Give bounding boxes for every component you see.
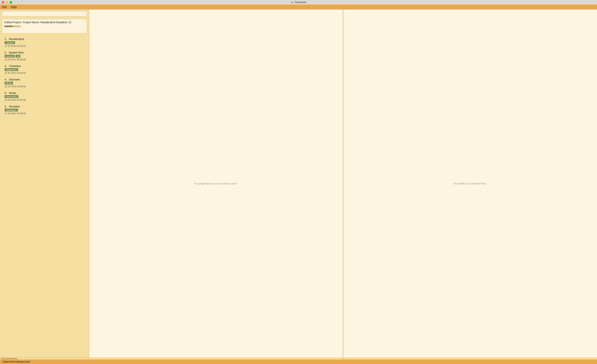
list-item[interactable]: 6. Reuletan colleagues 21-04-2021 00:00:…: [1, 103, 88, 116]
project-title: 6. Reuletan: [5, 105, 84, 108]
right-empty-message: No detail to be shown here.: [454, 182, 487, 185]
tag-row: colleagues: [5, 109, 84, 111]
middle-empty-message: No project/person to be shown here.: [194, 182, 238, 185]
project-title: 2. Basket Web: [5, 51, 84, 54]
list-item[interactable]: 2. Basket Web internet iot 21-04-2021 00…: [1, 49, 88, 62]
project-date: 21-04-2021 00:00:00: [5, 58, 84, 61]
bottom-scroll-right: [343, 358, 597, 359]
tag-row: family: [5, 82, 84, 85]
list-item[interactable]: 5. Iterab classmates 21-04-2021 00:00:00: [1, 90, 88, 103]
project-date: 21-04-2021 00:00:00: [5, 112, 84, 115]
project-title: 1. ResidentEvil: [5, 38, 84, 41]
progress-bar-container: [4, 25, 21, 27]
h-scrollbar-thumb[interactable]: [1, 358, 17, 359]
tag: iot: [16, 55, 21, 58]
tag: neighbours: [5, 68, 18, 71]
project-date: 21-04-2021 00:00:00: [5, 45, 84, 47]
list-item[interactable]: 3. Charletan neighbours 21-04-2021 00:00…: [1, 63, 88, 76]
status-path: ./data/maincatalogue.json: [2, 360, 31, 363]
help-menu[interactable]: Help: [11, 5, 17, 9]
search-area: [0, 9, 89, 18]
tag: family: [5, 82, 13, 85]
app-container: File Help Edited Project: Project Name: …: [0, 5, 597, 364]
tag: colleagues: [5, 109, 18, 111]
project-title: 5. Iterab: [5, 91, 84, 95]
maximize-button[interactable]: [9, 1, 12, 4]
project-list[interactable]: 1. ResidentEvil creative 21-04-2021 00:0…: [0, 34, 89, 357]
tag-row: classmates: [5, 95, 84, 98]
tag: internet: [5, 55, 15, 58]
middle-panel: No project/person to be shown here.: [89, 9, 343, 357]
search-input[interactable]: [2, 11, 87, 16]
minimize-button[interactable]: [6, 1, 8, 4]
app-title: 🗂 Taskmania: [291, 1, 306, 4]
tag-row: creative: [5, 41, 84, 44]
project-date: 21-04-2021 00:00:00: [5, 72, 84, 74]
list-item[interactable]: 4. Dacharie family 21-04-2021 00:00:00: [1, 76, 88, 89]
close-button[interactable]: [2, 1, 4, 4]
tag: creative: [5, 41, 15, 44]
status-bar: ./data/maincatalogue.json: [0, 359, 597, 364]
bottom-scroll-middle: [89, 358, 343, 359]
project-title: 4. Dacharie: [5, 78, 84, 81]
left-panel: Edited Project: Project Name: ResidentEv…: [0, 9, 89, 357]
app-icon: 🗂: [291, 1, 293, 4]
menu-bar: File Help: [0, 5, 597, 9]
right-panel: No detail to be shown here.: [343, 9, 597, 357]
tag-row: internet iot: [5, 55, 84, 58]
project-date: 21-04-2021 00:00:00: [5, 85, 84, 88]
progress-bar-fill: [4, 25, 13, 27]
file-menu[interactable]: File: [2, 5, 7, 9]
edited-project-box: Edited Project: Project Name: ResidentEv…: [2, 19, 87, 33]
project-title: 3. Charletan: [5, 64, 84, 68]
main-layout: Edited Project: Project Name: ResidentEv…: [0, 9, 597, 357]
title-bar: 🗂 Taskmania: [0, 0, 597, 5]
project-date: 21-04-2021 00:00:00: [5, 99, 84, 101]
edited-project-text: Edited Project: Project Name: ResidentEv…: [4, 21, 85, 24]
bottom-scroll-left: [0, 358, 89, 359]
tag: classmates: [5, 95, 18, 98]
traffic-lights: [2, 1, 12, 4]
list-item[interactable]: 1. ResidentEvil creative 21-04-2021 00:0…: [1, 36, 88, 49]
tag-row: neighbours: [5, 68, 84, 71]
bottom-scroll-row: [0, 357, 597, 359]
